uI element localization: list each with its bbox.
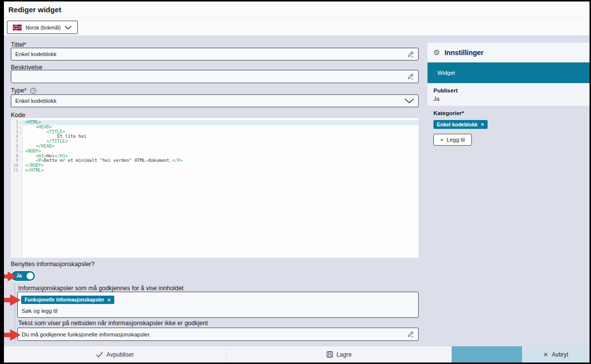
gear-icon: ⚙	[433, 49, 440, 56]
avpubliser-label: Avpubliser	[106, 351, 134, 358]
cookies-search-placeholder[interactable]: Søk og legg til	[22, 308, 58, 314]
avbryt-label: Avbryt	[552, 351, 568, 358]
fallback-input[interactable]	[22, 332, 407, 337]
chevron-down-icon	[65, 26, 72, 30]
tittel-input-box	[11, 48, 419, 61]
kategori-chip-label: Enkel kodeblokk	[437, 121, 478, 127]
tab-widget[interactable]: Widget	[427, 62, 590, 83]
tittel-input[interactable]	[15, 51, 407, 57]
add-category-button[interactable]: + Legg til	[433, 134, 472, 146]
beskrivelse-input-box	[11, 70, 419, 83]
annotation-arrow-chip	[4, 294, 21, 306]
header-divider	[4, 18, 590, 18]
type-label: Type*	[11, 87, 27, 94]
lagre-label: Lagre	[336, 351, 352, 358]
toggle-knob	[27, 273, 33, 279]
publisert-section: Publisert Ja	[427, 83, 590, 106]
close-icon[interactable]: ✕	[481, 122, 484, 127]
add-category-label: Legg til	[447, 137, 465, 143]
fallback-text-label: Tekst som viser på nettsiden når informa…	[18, 320, 208, 327]
footer-accent-block[interactable]	[452, 346, 522, 363]
annotation-arrow-toggle	[4, 272, 17, 281]
help-icon[interactable]: ?	[30, 88, 36, 94]
kategorier-label: Kategorier*	[433, 110, 584, 116]
page-title: Rediger widget	[8, 5, 62, 14]
avpubliser-button[interactable]: Avpubliser	[4, 346, 227, 363]
settings-panel-title: Innstillinger	[444, 49, 483, 57]
cookie-chip-label: Funksjonelle informasjonskapsler	[25, 297, 104, 303]
cookie-chip[interactable]: Funksjonelle informasjonskapsler ✕	[21, 296, 114, 304]
settings-panel-header: ⚙ Innstillinger	[427, 43, 590, 62]
pencil-icon	[407, 73, 414, 80]
publisert-label: Publisert	[433, 88, 584, 93]
plus-icon: +	[440, 137, 444, 143]
chevron-down-icon	[404, 98, 414, 103]
close-icon[interactable]: ✕	[107, 298, 111, 303]
tittel-label: Tittel*	[11, 41, 27, 48]
cookies-combobox[interactable]: Funksjonelle informasjonskapsler ✕ Søk o…	[17, 292, 419, 318]
type-label-row: Type* ?	[11, 87, 36, 94]
dialog-header: Rediger widget Norsk (bokmål)	[4, 1, 590, 35]
toggle-value-label: Ja	[16, 273, 22, 278]
cookies-select-label: Informasjonskapsler som må godkjennes fo…	[18, 285, 184, 292]
edit-widget-dialog: Rediger widget Norsk (bokmål) Tittel*	[4, 1, 590, 363]
lagre-button[interactable]: Lagre	[227, 346, 452, 363]
annotation-arrow-fallback	[4, 329, 21, 341]
language-label: Norsk (bokmål)	[26, 25, 61, 30]
kategorier-section: Kategorier* Enkel kodeblokk ✕ + Legg til	[427, 106, 590, 152]
type-select[interactable]: Enkel kodeblokk	[11, 94, 419, 107]
footer-bar: Avpubliser Lagre ✕ Avbryt	[4, 346, 590, 363]
kategori-chip[interactable]: Enkel kodeblokk ✕	[433, 120, 488, 129]
type-selected-value: Enkel kodeblokk	[15, 98, 404, 104]
check-icon	[96, 352, 103, 358]
language-selector[interactable]: Norsk (bokmål)	[7, 21, 78, 34]
settings-panel: ⚙ Innstillinger Widget Publisert Ja Kate…	[427, 43, 590, 152]
kode-label: Kode	[11, 112, 25, 119]
beskrivelse-input[interactable]	[15, 74, 407, 80]
pencil-icon	[407, 331, 414, 338]
publisert-value: Ja	[433, 96, 584, 102]
svg-text:?: ?	[32, 89, 34, 93]
save-icon	[327, 351, 333, 358]
fallback-input-box	[17, 328, 419, 341]
norway-flag-icon	[13, 25, 22, 30]
cookies-question-label: Benyttes informasjonskapsler?	[11, 261, 95, 268]
code-lines: 1⌄<HTML>2⌄ <HEAD>3⌄ <TITLE>4 Et lite hei…	[11, 120, 419, 173]
code-editor[interactable]: 1⌄<HTML>2⌄ <HEAD>3⌄ <TITLE>4 Et lite hei…	[11, 118, 419, 258]
avbryt-button[interactable]: ✕ Avbryt	[522, 346, 590, 363]
pencil-icon	[407, 51, 414, 58]
close-icon: ✕	[543, 351, 548, 358]
